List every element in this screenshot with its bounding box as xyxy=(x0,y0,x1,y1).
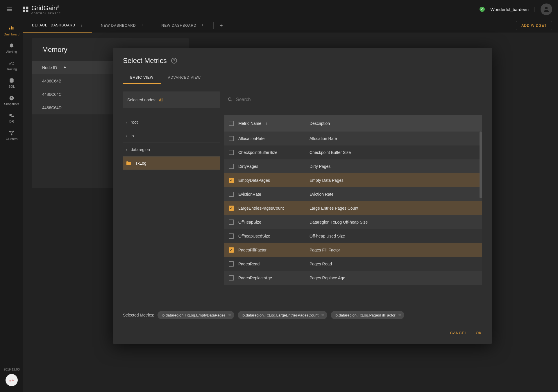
column-name-header[interactable]: Metric Name ↑ xyxy=(238,121,305,126)
metric-desc: Dataregion TxLog Off-heap Size xyxy=(310,220,477,224)
tree-crumb-root[interactable]: ‹ root xyxy=(123,115,220,129)
scroll-thumb[interactable] xyxy=(480,132,482,198)
selected-metrics-label: Selected Metrics: xyxy=(123,313,154,317)
tab-new-dashboard-1[interactable]: NEW DASHBOARD ⋮ xyxy=(92,19,153,33)
metric-row[interactable]: AllocationRateAllocation Rate xyxy=(224,132,482,145)
metric-row[interactable]: PagesFillFactorPages Fill Factor xyxy=(224,243,482,257)
metric-desc: Pages Replace Age xyxy=(310,276,477,280)
powered-by-badge: Ignite xyxy=(6,374,18,386)
cancel-button[interactable]: CANCEL xyxy=(450,331,467,335)
sidebar-item-dashboard[interactable]: Dashboard xyxy=(0,21,23,39)
tab-basic-view[interactable]: BASIC VIEW xyxy=(123,72,161,84)
bell-icon xyxy=(9,43,15,49)
database-icon xyxy=(9,78,15,84)
tracing-icon xyxy=(9,60,15,66)
metric-desc: Pages Read xyxy=(310,262,477,266)
metric-name: PagesReplaceAge xyxy=(238,276,305,280)
metric-row[interactable]: PagesReplaceAgePages Replace Age xyxy=(224,271,482,285)
tab-new-dashboard-2[interactable]: NEW DASHBOARD ⋮ xyxy=(153,19,213,33)
metric-row[interactable]: DirtyPagesDirty Pages xyxy=(224,159,482,173)
metric-checkbox[interactable] xyxy=(229,164,234,169)
sidebar-item-clusters[interactable]: Clusters xyxy=(0,127,23,144)
metric-row[interactable]: EmptyDataPagesEmpty Data Pages xyxy=(224,173,482,187)
tree-crumb-io[interactable]: ‹ io xyxy=(123,129,220,143)
metric-desc: Eviction Rate xyxy=(310,192,477,197)
menu-icon[interactable] xyxy=(6,6,13,13)
metric-checkbox[interactable] xyxy=(229,192,234,197)
metric-row[interactable]: EvictionRateEviction Rate xyxy=(224,187,482,201)
select-all-checkbox[interactable] xyxy=(229,121,234,126)
username-label[interactable]: Wonderful_bardeen xyxy=(491,7,535,12)
dialog-title: Select Metrics xyxy=(123,57,167,65)
metric-desc: Pages Fill Factor xyxy=(310,248,477,252)
svg-point-8 xyxy=(228,98,231,100)
metric-checkbox[interactable] xyxy=(229,220,234,225)
metric-name: LargeEntriesPagesCount xyxy=(238,206,305,211)
metric-checkbox[interactable] xyxy=(229,206,234,211)
sort-asc-icon xyxy=(63,66,67,70)
metric-checkbox[interactable] xyxy=(229,136,234,141)
metric-checkbox[interactable] xyxy=(229,233,234,239)
metric-checkbox[interactable] xyxy=(229,150,234,155)
tab-menu-icon[interactable]: ⋮ xyxy=(80,23,83,27)
avatar[interactable] xyxy=(541,3,552,15)
metric-desc: Off-heap Used Size xyxy=(310,234,477,238)
metric-name: OffHeapSize xyxy=(238,220,305,224)
sidebar-item-alerting[interactable]: Alerting xyxy=(0,39,23,57)
column-desc-header[interactable]: Description xyxy=(310,121,477,126)
sidebar-item-tracing[interactable]: Tracing xyxy=(0,57,23,74)
metric-checkbox[interactable] xyxy=(229,178,234,183)
metric-row[interactable]: OffHeapSizeDataregion TxLog Off-heap Siz… xyxy=(224,215,482,229)
dr-icon xyxy=(9,113,15,118)
metric-name: OffheapUsedSize xyxy=(238,234,305,238)
tab-menu-icon[interactable]: ⋮ xyxy=(140,24,144,28)
metric-row[interactable]: PagesReadPages Read xyxy=(224,257,482,271)
metrics-tree: ‹ root ‹ io ‹ dataregion xyxy=(123,115,220,305)
metric-name: DirtyPages xyxy=(238,164,305,169)
tab-advanced-view[interactable]: ADVANCED VIEW xyxy=(161,72,208,84)
chevron-left-icon: ‹ xyxy=(126,120,127,125)
selected-metric-chip: io.dataregion.TxLog.PagesFillFactor✕ xyxy=(331,311,404,319)
tab-menu-icon[interactable]: ⋮ xyxy=(201,24,205,28)
chip-remove-icon[interactable]: ✕ xyxy=(321,313,324,317)
metric-desc: Checkpoint Buffer Size xyxy=(310,150,477,155)
add-widget-button[interactable]: ADD WIDGET xyxy=(516,21,552,30)
selected-nodes-link[interactable]: All xyxy=(159,98,163,102)
folder-icon xyxy=(126,161,132,166)
help-icon[interactable]: ? xyxy=(171,58,177,64)
metric-row[interactable]: CheckpointBufferSizeCheckpoint Buffer Si… xyxy=(224,145,482,159)
dashboard-icon xyxy=(8,25,15,31)
sidebar-item-dr[interactable]: DR xyxy=(0,109,23,127)
metric-checkbox[interactable] xyxy=(229,275,234,280)
metrics-table-header: Metric Name ↑ Description xyxy=(224,115,482,132)
metric-checkbox[interactable] xyxy=(229,261,234,267)
metric-name: PagesFillFactor xyxy=(238,248,305,252)
metric-row[interactable]: OffheapUsedSizeOff-heap Used Size xyxy=(224,229,482,243)
selected-metric-chip: io.dataregion.TxLog.LargeEntriesPagesCou… xyxy=(238,311,327,319)
tab-default-dashboard[interactable]: DEFAULT DASHBOARD ⋮ xyxy=(23,19,92,33)
ok-button[interactable]: OK xyxy=(476,331,482,335)
chip-remove-icon[interactable]: ✕ xyxy=(398,313,401,317)
metric-name: EvictionRate xyxy=(238,192,305,197)
search-input[interactable] xyxy=(233,94,479,105)
metric-name: CheckpointBufferSize xyxy=(238,150,305,155)
tree-folder-txlog[interactable]: TxLog xyxy=(123,156,220,170)
sidebar-item-sql[interactable]: SQL xyxy=(0,74,23,92)
sort-asc-icon: ↑ xyxy=(265,121,267,126)
metric-desc: Empty Data Pages xyxy=(310,178,477,183)
selected-metric-chip: io.dataregion.TxLog.EmptyDataPages✕ xyxy=(158,311,234,319)
metric-checkbox[interactable] xyxy=(229,247,234,253)
sidebar-item-snapshots[interactable]: Snapshots xyxy=(0,92,23,109)
selected-nodes-panel: Selected nodes: All xyxy=(123,91,220,108)
scrollbar[interactable] xyxy=(480,132,482,305)
tree-crumb-dataregion[interactable]: ‹ dataregion xyxy=(123,143,220,156)
metric-desc: Dirty Pages xyxy=(310,164,477,169)
chip-remove-icon[interactable]: ✕ xyxy=(228,313,231,317)
add-tab-button[interactable]: + xyxy=(214,22,229,29)
metric-name: EmptyDataPages xyxy=(238,178,305,183)
status-ok-icon: ✓ xyxy=(480,7,485,12)
metric-name: AllocationRate xyxy=(238,136,305,141)
metric-row[interactable]: LargeEntriesPagesCountLarge Entries Page… xyxy=(224,201,482,215)
logo: GridGain® CONTROL CENTER xyxy=(22,4,61,15)
version-label: 2019.12.00 xyxy=(3,368,19,374)
